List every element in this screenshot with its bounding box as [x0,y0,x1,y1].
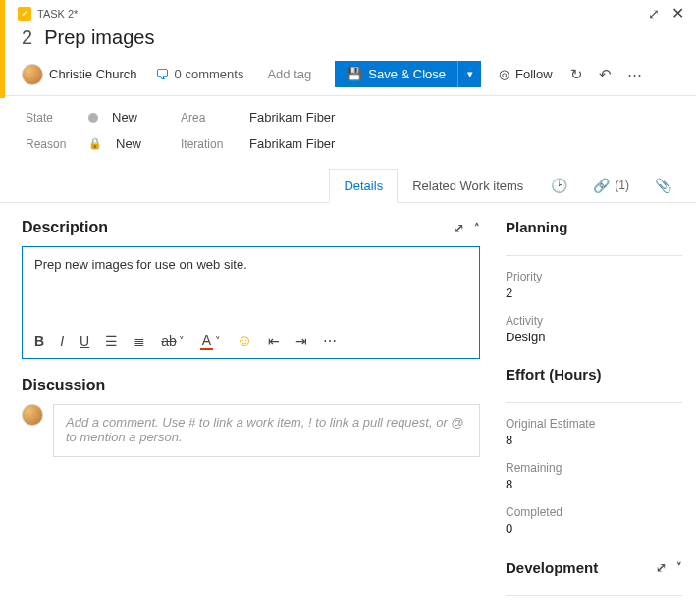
chevron-down-icon[interactable]: ˅ [676,561,682,574]
avatar [22,64,43,85]
save-dropdown-button[interactable]: ▾ [457,61,481,87]
activity-value[interactable]: Design [506,330,682,344]
task-type-icon: ✓ [18,7,31,21]
planning-heading: Planning [506,219,567,235]
more-format-button[interactable]: ⋯ [323,334,337,349]
iteration-value[interactable]: Fabrikam Fiber [249,136,335,151]
area-label: Area [181,111,236,125]
restore-icon[interactable]: ⤢ [648,6,660,22]
link-icon: 🔗 [593,178,610,193]
comment-icon: 🗨 [155,67,169,82]
underline-button[interactable]: U [80,334,89,349]
reason-label: Reason [26,137,75,151]
history-icon: 🕑 [551,178,567,193]
completed-value[interactable]: 0 [506,521,682,536]
font-color-button[interactable]: A˅ [200,333,221,350]
iteration-label: Iteration [181,137,236,151]
state-label: State [26,111,75,125]
comments-count: 0 comments [175,67,244,81]
area-value[interactable]: Fabrikam Fiber [249,110,335,125]
description-heading: Description [22,219,108,236]
discussion-heading: Discussion [22,377,105,394]
work-item-id: 2 [22,26,32,49]
priority-value[interactable]: 2 [506,285,682,300]
work-item-title[interactable]: Prep images [44,26,154,49]
assignee[interactable]: Christie Church [22,64,137,85]
task-type-label: TASK 2* [37,8,78,20]
follow-icon: ◎ [499,67,509,81]
activity-label: Activity [506,314,682,328]
clear-format-button[interactable]: ab˅ [161,334,185,349]
orig-estimate-label: Original Estimate [506,417,682,431]
description-text[interactable]: Prep new images for use on web site. [23,247,479,325]
close-icon[interactable]: ✕ [671,4,684,23]
expand-icon[interactable]: ⤢ [656,560,667,575]
orig-estimate-value[interactable]: 8 [506,433,682,447]
indent-increase-button[interactable]: ⇥ [295,334,307,349]
italic-button[interactable]: I [60,334,64,349]
indent-decrease-button[interactable]: ⇤ [268,334,280,349]
priority-label: Priority [506,270,682,283]
remaining-value[interactable]: 8 [506,477,682,491]
discussion-input[interactable]: Add a comment. Use # to link a work item… [53,404,480,457]
tab-details[interactable]: Details [329,169,398,203]
bullet-list-button[interactable]: ☰ [105,334,118,349]
tab-links[interactable]: 🔗(1) [580,169,642,202]
follow-button[interactable]: ◎ Follow [499,67,553,81]
bold-button[interactable]: B [34,334,44,349]
tab-attachments[interactable]: 📎 [642,169,684,202]
undo-icon[interactable]: ↶ [599,66,612,83]
expand-icon[interactable]: ⤢ [454,221,464,235]
comments-link[interactable]: 🗨 0 comments [155,67,244,82]
development-heading: Development [506,559,598,576]
save-icon: 💾 [347,67,362,81]
completed-label: Completed [506,505,682,519]
refresh-icon[interactable]: ↻ [570,66,583,83]
chevron-down-icon: ▾ [467,68,473,80]
save-and-close-button[interactable]: 💾 Save & Close [335,61,457,87]
state-dot-icon [88,113,98,123]
chevron-up-icon[interactable]: ˄ [474,222,480,234]
numbered-list-button[interactable]: ≣ [134,334,145,349]
lock-icon: 🔒 [88,137,102,150]
assignee-name: Christie Church [49,67,137,81]
description-editor[interactable]: Prep new images for use on web site. B I… [22,246,480,359]
rich-text-toolbar: B I U ☰ ≣ ab˅ A˅ ☺ ⇤ ⇥ ⋯ [23,325,479,358]
reason-value[interactable]: New [116,136,141,151]
effort-heading: Effort (Hours) [506,366,602,383]
more-actions-icon[interactable]: ⋯ [627,66,642,83]
tab-history[interactable]: 🕑 [538,169,580,202]
current-user-avatar [22,404,43,426]
add-tag-button[interactable]: Add tag [261,65,317,83]
state-value[interactable]: New [112,110,137,125]
remaining-label: Remaining [506,461,682,475]
emoji-button[interactable]: ☺ [237,333,252,350]
attachment-icon: 📎 [655,178,671,193]
tab-related-work-items[interactable]: Related Work items [398,169,538,202]
